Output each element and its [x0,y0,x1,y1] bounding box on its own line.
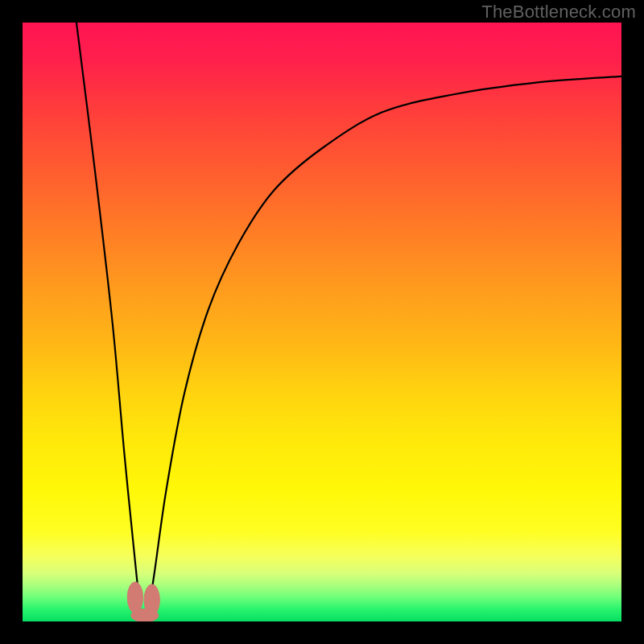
left-bean-marker [127,582,142,613]
plot-area [23,23,621,621]
curve-layer [23,23,621,621]
chart-frame: TheBottleneck.com [0,0,644,644]
bottom-bean-marker [131,609,159,621]
watermark-text: TheBottleneck.com [481,2,636,23]
bottleneck-curve [76,23,621,621]
